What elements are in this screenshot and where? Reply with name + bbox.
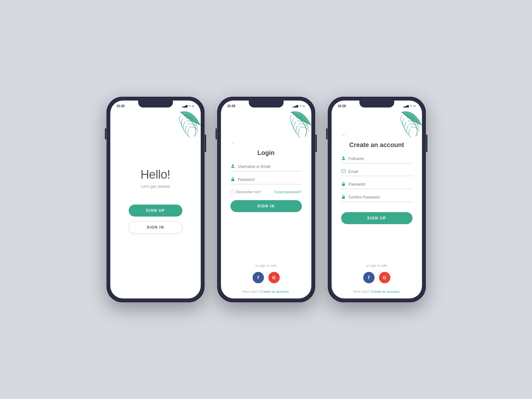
login-content: ← Login: [221, 109, 311, 264]
time-1: 10:28: [117, 104, 125, 108]
password-input-group-3: [341, 182, 413, 189]
notch-3: [359, 101, 394, 107]
remember-checkbox[interactable]: [230, 190, 234, 194]
svg-rect-4: [342, 184, 345, 186]
create-account-title: Create an account: [341, 141, 413, 149]
hello-content: Hello! Let's get started SIGN UP SIGN IN: [110, 103, 201, 298]
lock-icon-2: [341, 182, 346, 187]
signin-button[interactable]: SIGN IN: [230, 200, 302, 212]
signal-icon-2: ▂▄▆: [293, 105, 298, 107]
battery-icon-2: ▭: [303, 105, 305, 107]
user-icon-3: [341, 156, 346, 161]
password-input[interactable]: [238, 177, 302, 182]
phone-1: 10:28 ▂▄▆ ∿ ▭: [107, 97, 205, 302]
google-button-3[interactable]: G: [379, 272, 390, 283]
password-input-3[interactable]: [349, 182, 413, 187]
wifi-icon-1: ∿: [189, 105, 191, 107]
notch-1: [138, 101, 173, 107]
signal-icon-3: ▂▄▆: [403, 105, 409, 107]
username-input-group: [230, 164, 302, 171]
signal-icon-1: ▂▄▆: [182, 105, 188, 107]
forgot-password-link[interactable]: Forgot password?: [274, 190, 302, 194]
wifi-icon-3: ∿: [410, 105, 412, 107]
hello-title: Hello!: [140, 168, 170, 181]
login-title: Login: [230, 149, 302, 157]
facebook-button-2[interactable]: f: [253, 272, 264, 283]
status-icons-2: ▂▄▆ ∿ ▭: [293, 105, 305, 107]
svg-rect-1: [231, 179, 234, 181]
facebook-button-3[interactable]: f: [363, 272, 375, 283]
create-account-bottom: or sign in with f G New user? Create an …: [332, 264, 422, 298]
social-icons-3: f G: [341, 272, 413, 283]
create-account-link-3[interactable]: Create an account.: [371, 290, 400, 293]
lock-icon-1: [230, 177, 235, 182]
login-bottom: or sign in with f G New user? Create an …: [221, 264, 311, 298]
email-input-group: [341, 169, 413, 176]
or-signin-text: or sign in with: [230, 264, 302, 267]
phone-2: 10:28 ▂▄▆ ∿ ▭: [217, 97, 315, 302]
status-icons-1: ▂▄▆ ∿ ▭: [182, 105, 194, 107]
status-icons-3: ▂▄▆ ∿ ▭: [403, 105, 416, 107]
remember-label: Remember me?: [236, 190, 261, 194]
back-arrow-2[interactable]: ←: [230, 139, 302, 146]
svg-point-2: [343, 157, 345, 158]
google-button-2[interactable]: G: [268, 272, 280, 283]
battery-icon-3: ▭: [413, 105, 416, 107]
lock-icon-3: [341, 195, 346, 200]
wifi-icon-2: ∿: [299, 105, 302, 107]
back-arrow-3[interactable]: ←: [341, 132, 413, 138]
hello-screen: Hello! Let's get started SIGN UP SIGN IN: [110, 109, 201, 298]
or-signin-text-3: or sign in with: [341, 264, 413, 267]
confirm-password-input-group: [341, 195, 413, 202]
hello-subtitle: Let's get started: [141, 184, 170, 189]
create-account-link-2[interactable]: Create an account.: [260, 290, 290, 293]
svg-rect-3: [342, 170, 345, 173]
email-icon: [341, 169, 346, 174]
phone-3: 10:28 ▂▄▆ ∿ ▭: [328, 97, 426, 302]
social-icons-2: f G: [230, 272, 302, 283]
create-account-screen: ← Create an account: [332, 109, 422, 298]
new-user-text-2: New user? Create an account.: [230, 290, 302, 293]
password-input-group: [230, 177, 302, 184]
email-input[interactable]: [349, 169, 413, 174]
fullname-input[interactable]: [349, 157, 413, 161]
username-input[interactable]: [238, 164, 302, 169]
hello-signup-button[interactable]: SIGN UP: [129, 205, 182, 217]
time-2: 10:28: [227, 104, 235, 108]
notch-2: [249, 101, 284, 107]
signup-button-3[interactable]: SIGN UP: [341, 212, 413, 224]
confirm-password-input[interactable]: [349, 195, 413, 200]
svg-rect-5: [342, 197, 345, 199]
new-user-text-3: New user? Create an account.: [341, 290, 413, 293]
login-screen: ← Login: [221, 109, 311, 298]
create-account-content: ← Create an account: [332, 109, 422, 264]
battery-icon-1: ▭: [192, 105, 194, 107]
user-icon: [230, 164, 235, 169]
hello-signin-button[interactable]: SIGN IN: [129, 221, 182, 234]
time-3: 10:28: [338, 104, 346, 108]
svg-point-0: [232, 164, 234, 166]
remember-left: Remember me?: [230, 190, 261, 194]
fullname-input-group: [341, 156, 413, 163]
remember-row: Remember me? Forgot password?: [230, 190, 302, 194]
